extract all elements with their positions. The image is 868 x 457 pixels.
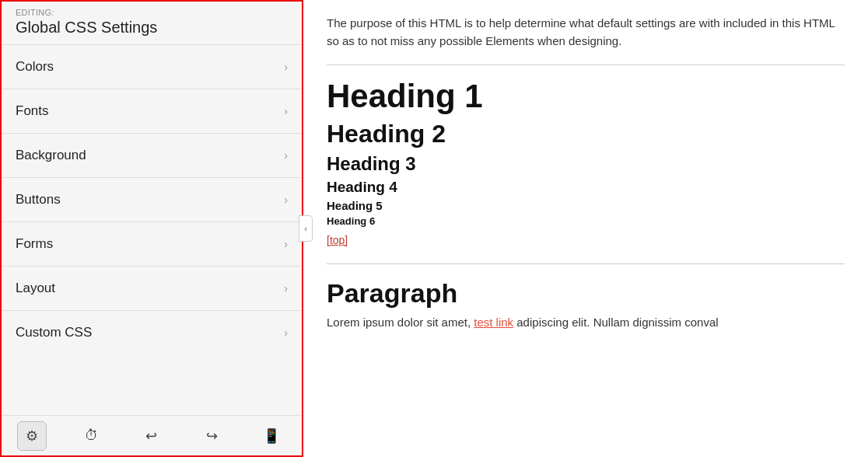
toolbar-undo-button[interactable]: ↩	[137, 421, 166, 451]
chevron-right-icon-custom-css: ›	[284, 326, 288, 339]
undo-icon: ↩	[145, 427, 157, 445]
toolbar-history-button[interactable]: ⏱	[77, 421, 107, 451]
chevron-right-icon-background: ›	[284, 149, 288, 162]
sidebar-title: Global CSS Settings	[2, 17, 302, 44]
heading-6: Heading 6	[327, 215, 845, 227]
sidebar-nav: Colors › Fonts › Background › Buttons › …	[2, 44, 302, 415]
paragraph-text: Lorem ipsum dolor sit amet,	[327, 316, 474, 329]
sidebar-item-label-forms: Forms	[16, 236, 53, 252]
chevron-right-icon-layout: ›	[284, 282, 288, 295]
section-divider-2	[327, 263, 845, 264]
history-icon: ⏱	[85, 427, 99, 444]
redo-icon: ↪	[206, 427, 218, 445]
sidebar-item-layout[interactable]: Layout ›	[2, 266, 302, 310]
sidebar: EDITING: Global CSS Settings Colors › Fo…	[0, 0, 303, 457]
sidebar-item-label-background: Background	[16, 148, 86, 163]
sidebar-item-forms[interactable]: Forms ›	[2, 222, 302, 266]
sidebar-item-label-fonts: Fonts	[16, 103, 49, 119]
sidebar-item-background[interactable]: Background ›	[2, 133, 302, 177]
sidebar-item-label-colors: Colors	[16, 59, 54, 75]
heading-4: Heading 4	[327, 179, 845, 196]
toolbar-redo-button[interactable]: ↪	[197, 421, 226, 451]
paragraph-rest: adipiscing elit. Nullam dignissim conval	[513, 316, 718, 329]
top-link[interactable]: [top]	[327, 234, 348, 246]
sidebar-item-label-custom-css: Custom CSS	[16, 325, 92, 340]
section-divider	[327, 65, 845, 65]
test-link[interactable]: test link	[474, 316, 513, 329]
main-content: The purpose of this HTML is to help dete…	[303, 0, 868, 457]
heading-5: Heading 5	[327, 199, 845, 212]
chevron-right-icon-fonts: ›	[284, 105, 288, 117]
chevron-right-icon-forms: ›	[284, 238, 288, 250]
heading-2: Heading 2	[327, 120, 845, 148]
sidebar-item-custom-css[interactable]: Custom CSS ›	[2, 310, 302, 354]
chevron-left-icon: ‹	[304, 224, 307, 233]
sidebar-item-label-layout: Layout	[16, 281, 55, 296]
chevron-right-icon-colors: ›	[284, 61, 288, 73]
sidebar-item-label-buttons: Buttons	[16, 192, 61, 208]
toolbar-settings-button[interactable]: ⚙	[17, 421, 47, 451]
mobile-icon: 📱	[263, 427, 280, 445]
paragraph-body: Lorem ipsum dolor sit amet, test link ad…	[327, 313, 845, 332]
sidebar-toolbar: ⚙⏱↩↪📱	[2, 415, 302, 455]
editing-label: EDITING:	[2, 2, 302, 17]
sidebar-item-colors[interactable]: Colors ›	[2, 44, 302, 89]
intro-text: The purpose of this HTML is to help dete…	[327, 14, 845, 51]
headings-section: Heading 1 Heading 2 Heading 3 Heading 4 …	[327, 78, 845, 227]
collapse-toggle[interactable]: ‹	[299, 215, 313, 242]
toolbar-mobile-button[interactable]: 📱	[257, 421, 286, 451]
sidebar-item-buttons[interactable]: Buttons ›	[2, 177, 302, 222]
paragraph-title: Paragraph	[327, 278, 845, 309]
chevron-right-icon-buttons: ›	[284, 194, 288, 206]
heading-3: Heading 3	[327, 153, 845, 175]
settings-icon: ⚙	[26, 427, 38, 445]
heading-1: Heading 1	[327, 78, 845, 115]
sidebar-item-fonts[interactable]: Fonts ›	[2, 89, 302, 133]
